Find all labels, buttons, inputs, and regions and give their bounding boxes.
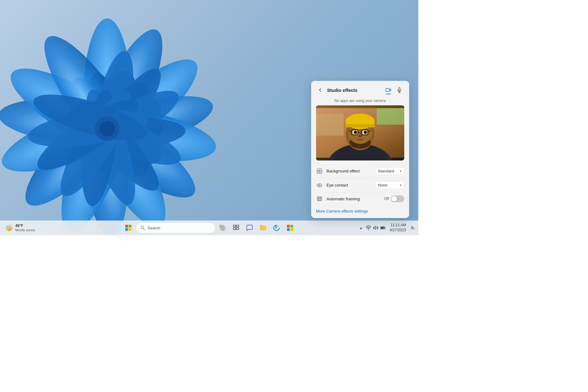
svg-point-53: [358, 134, 362, 137]
search-bar[interactable]: Search: [136, 222, 215, 233]
edge-button[interactable]: [270, 222, 283, 234]
camera-status-text: No apps are using your camera: [311, 98, 409, 105]
eye-contact-control: None ▾: [375, 181, 404, 189]
background-effect-icon: [316, 168, 323, 175]
svg-point-46: [354, 131, 357, 134]
svg-rect-67: [236, 228, 239, 230]
ms-store-button[interactable]: [284, 222, 296, 234]
search-icon: [140, 225, 145, 230]
automatic-framing-control: Off: [384, 195, 404, 202]
eye-contact-icon: [316, 182, 323, 189]
camera-icon-btn[interactable]: [383, 85, 393, 95]
svg-rect-77: [411, 226, 413, 227]
show-hidden-icons-button[interactable]: ▲: [358, 225, 364, 231]
eye-contact-dropdown[interactable]: None ▾: [375, 181, 404, 189]
taskbar-left: 46°F Mostly sunny: [2, 222, 37, 233]
svg-rect-76: [411, 227, 413, 228]
task-view-button[interactable]: [230, 222, 242, 234]
panel-header: Studio effects: [311, 81, 409, 98]
svg-rect-74: [381, 227, 384, 229]
svg-rect-64: [233, 225, 236, 227]
temperature: 46°F: [15, 224, 35, 228]
svg-rect-59: [318, 198, 320, 200]
eye-contact-label: Eye contact: [326, 183, 371, 187]
svg-rect-65: [236, 225, 239, 227]
weather-widget[interactable]: 46°F Mostly sunny: [2, 222, 37, 233]
toggle-off-label: Off: [384, 197, 389, 201]
wifi-icon[interactable]: [365, 225, 371, 231]
svg-rect-66: [233, 228, 236, 230]
studio-effects-panel: Studio effects No: [311, 81, 409, 218]
panel-icons: [383, 85, 404, 95]
task-view-icon: [233, 225, 239, 231]
file-explorer-icon: [259, 224, 267, 232]
background-effect-dropdown[interactable]: Standard ▾: [375, 167, 404, 175]
more-camera-settings-link[interactable]: More Camera effects settings: [316, 209, 368, 213]
background-effect-control: Standard ▾: [375, 167, 404, 175]
eye-contact-row: Eye contact None ▾: [316, 178, 404, 192]
widgets-button[interactable]: 🐘: [217, 222, 229, 234]
camera-feed: [316, 105, 404, 160]
wallpaper-bloom: [0, 0, 245, 235]
volume-icon[interactable]: [373, 225, 379, 231]
svg-point-61: [6, 226, 11, 229]
svg-point-27: [100, 121, 115, 136]
svg-point-47: [364, 131, 367, 134]
svg-rect-68: [287, 225, 290, 228]
weather-condition: Mostly sunny: [15, 228, 35, 232]
chevron-down-icon-2: ▾: [400, 183, 401, 187]
svg-rect-69: [290, 225, 293, 228]
start-button[interactable]: [122, 222, 134, 234]
svg-point-72: [368, 229, 368, 230]
svg-point-56: [319, 171, 320, 172]
svg-rect-34: [377, 108, 404, 125]
svg-line-63: [143, 228, 145, 230]
date-display: 4/27/2023: [390, 228, 406, 233]
clock[interactable]: 11:11 AM 4/27/2023: [387, 222, 409, 234]
svg-rect-71: [290, 228, 293, 231]
svg-point-62: [141, 226, 144, 229]
toggle-knob: [391, 196, 397, 202]
search-label: Search: [148, 226, 160, 230]
microphone-icon-btn[interactable]: [394, 85, 404, 95]
time-display: 11:11 AM: [390, 223, 406, 228]
windows-logo-icon: [125, 225, 131, 231]
panel-settings: Background effect Standard ▾ Eye contact: [311, 164, 409, 205]
svg-rect-75: [411, 228, 414, 229]
svg-rect-33: [316, 114, 344, 136]
svg-point-57: [319, 184, 320, 186]
svg-rect-58: [317, 197, 322, 201]
camera-preview: [316, 105, 404, 160]
taskbar: 46°F Mostly sunny: [0, 221, 418, 235]
taskbar-center: Search 🐘: [122, 222, 296, 234]
weather-info: 46°F Mostly sunny: [15, 224, 35, 232]
background-effect-row: Background effect Standard ▾: [316, 164, 404, 178]
file-explorer-button[interactable]: [257, 222, 269, 234]
chevron-down-icon: ▾: [400, 169, 401, 173]
automatic-framing-label: Automatic framing: [326, 197, 380, 201]
automatic-framing-icon: [316, 195, 323, 202]
chat-icon: [246, 224, 253, 232]
svg-rect-70: [287, 228, 290, 231]
automatic-framing-toggle[interactable]: [391, 195, 404, 202]
automatic-framing-row: Automatic framing Off: [316, 192, 404, 205]
svg-rect-43: [346, 124, 375, 127]
background-effect-label: Background effect: [326, 169, 371, 173]
svg-rect-28: [386, 89, 389, 92]
battery-icon[interactable]: [380, 225, 386, 231]
chat-button[interactable]: [243, 222, 256, 234]
taskbar-right: ▲: [358, 222, 416, 234]
desktop: Studio effects No: [0, 0, 418, 235]
notification-center-button[interactable]: [410, 225, 416, 231]
more-settings-section: More Camera effects settings: [311, 205, 409, 218]
ms-store-icon: [286, 224, 294, 232]
panel-title: Studio effects: [327, 88, 381, 93]
back-button[interactable]: [316, 86, 325, 94]
edge-icon: [273, 224, 280, 232]
